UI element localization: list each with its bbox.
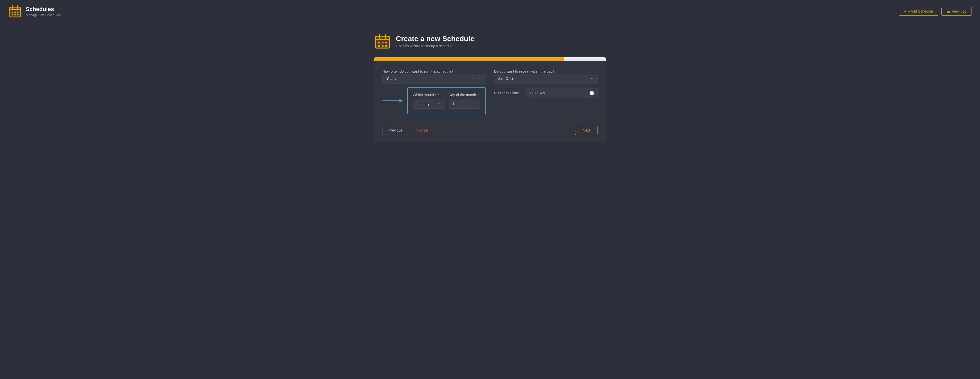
right-form-section: Do you want to repeat within the day? * … bbox=[494, 69, 598, 114]
month-field: Which month? * January February March Ap… bbox=[413, 93, 444, 109]
list-icon: ☰ bbox=[947, 9, 950, 13]
page-header: Schedules Manage Job Schedules. + + Add … bbox=[0, 0, 980, 23]
frequency-label: How often do you want to run this schedu… bbox=[382, 70, 457, 73]
repeat-label: Do you want to repeat within the day? * bbox=[494, 70, 558, 73]
svg-rect-6 bbox=[14, 11, 16, 13]
left-form-section: How often do you want to run this schedu… bbox=[382, 69, 486, 114]
month-required: * bbox=[438, 93, 439, 97]
frequency-field-group: How often do you want to run this schedu… bbox=[382, 69, 486, 84]
main-content: Create a new Schedule Use this wizard to… bbox=[0, 23, 980, 152]
next-button[interactable]: Next bbox=[575, 126, 598, 135]
page-title-section: Create a new Schedule Use this wizard to… bbox=[374, 33, 606, 49]
header-calendar-icon bbox=[8, 5, 22, 18]
wizard-card: How often do you want to run this schedu… bbox=[374, 57, 606, 142]
header-actions: + + Add Schedule ☰ View Job bbox=[899, 7, 972, 16]
svg-rect-13 bbox=[375, 39, 390, 40]
month-select[interactable]: January February March April May June Ju… bbox=[413, 99, 444, 109]
progress-bar-fill bbox=[374, 57, 564, 61]
day-label: Day of the month * bbox=[449, 93, 480, 97]
svg-rect-19 bbox=[378, 45, 380, 47]
form-footer: Previous Cancel Next bbox=[374, 121, 606, 142]
repeat-required: * bbox=[556, 70, 558, 73]
add-schedule-label: + Add Schedule bbox=[908, 9, 933, 13]
page-title-text: Create a new Schedule Use this wizard to… bbox=[396, 35, 474, 48]
footer-left-buttons: Previous Cancel bbox=[382, 126, 434, 135]
day-required: * bbox=[478, 93, 479, 97]
progress-bar-container bbox=[374, 57, 606, 61]
run-at-input[interactable] bbox=[527, 88, 598, 98]
add-schedule-button[interactable]: + + Add Schedule bbox=[899, 7, 939, 16]
svg-rect-8 bbox=[11, 14, 13, 16]
svg-rect-21 bbox=[385, 45, 387, 47]
repeat-field-group: Do you want to repeat within the day? * … bbox=[494, 69, 598, 84]
page-subtitle: Use this wizard to set up a schedule. bbox=[396, 44, 474, 48]
day-input[interactable] bbox=[449, 99, 480, 109]
day-field: Day of the month * bbox=[449, 93, 480, 109]
svg-rect-17 bbox=[382, 42, 383, 43]
right-arrow-icon bbox=[382, 98, 403, 104]
repeat-select[interactable]: Just Once Every X Minutes Every X Hours bbox=[494, 74, 598, 84]
plus-icon: + bbox=[904, 9, 906, 13]
month-day-group: Which month? * January February March Ap… bbox=[407, 87, 486, 114]
svg-rect-16 bbox=[378, 42, 380, 43]
svg-rect-2 bbox=[9, 9, 21, 10]
previous-button[interactable]: Previous bbox=[382, 126, 408, 135]
svg-rect-18 bbox=[385, 42, 387, 43]
clock-icon: 🕐 bbox=[589, 91, 595, 95]
page-title-calendar-icon bbox=[374, 33, 391, 49]
page-title: Create a new Schedule bbox=[396, 35, 474, 43]
arrow-indicator bbox=[382, 98, 403, 104]
view-job-label: View Job bbox=[952, 9, 966, 13]
form-area: How often do you want to run this schedu… bbox=[374, 61, 606, 121]
frequency-select[interactable]: Once Minutely Hourly Daily Weekly Monthl… bbox=[382, 74, 486, 84]
month-label: Which month? * bbox=[413, 93, 444, 97]
svg-marker-23 bbox=[399, 99, 403, 103]
form-grid: How often do you want to run this schedu… bbox=[382, 69, 598, 114]
sub-form-with-arrow: Which month? * January February March Ap… bbox=[382, 87, 486, 114]
run-at-row: Run at this time 🕐 bbox=[494, 88, 598, 98]
svg-rect-10 bbox=[17, 14, 19, 16]
svg-rect-5 bbox=[11, 11, 13, 13]
cancel-button[interactable]: Cancel bbox=[411, 126, 434, 135]
view-job-button[interactable]: ☰ View Job bbox=[942, 7, 972, 16]
header-subtitle: Manage Job Schedules. bbox=[26, 13, 62, 17]
run-at-label: Run at this time bbox=[494, 91, 522, 95]
header-left: Schedules Manage Job Schedules. bbox=[8, 5, 62, 18]
svg-rect-20 bbox=[382, 45, 383, 47]
svg-rect-7 bbox=[17, 11, 19, 13]
frequency-required: * bbox=[455, 70, 457, 73]
month-day-row: Which month? * January February March Ap… bbox=[413, 93, 480, 109]
svg-rect-9 bbox=[14, 14, 16, 16]
header-title: Schedules bbox=[26, 6, 62, 13]
time-input-wrapper: 🕐 bbox=[527, 88, 598, 98]
header-title-group: Schedules Manage Job Schedules. bbox=[26, 6, 62, 17]
